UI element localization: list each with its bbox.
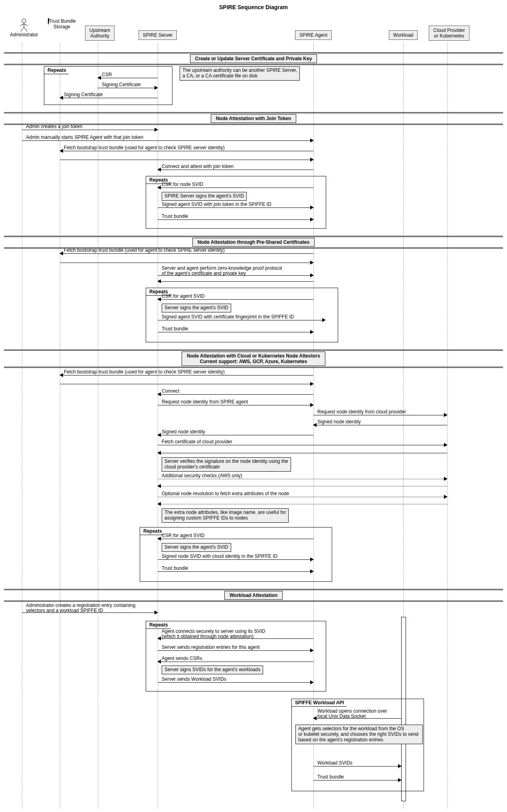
message: Fetch bootstrap trust bundle (used for a… [60,369,313,376]
message-text: Fetch bootstrap trust bundle (used for a… [64,145,225,150]
message [60,257,313,263]
message-text: Signed node identity [317,419,361,425]
message-text: Additional security checks (AWS only) [162,473,242,478]
message: Server and agent perform zero-knowledge … [158,270,313,276]
message: Signed agent SVID with join token in the… [158,202,313,208]
message-text: Workload opens connection over local Uni… [317,709,387,719]
message-text: CSR for agent SVID [162,294,204,299]
diagram-title: SPIRE Sequence Diagram [4,4,503,10]
section-divider: Node Attestation through Pre-Shared Cert… [4,236,503,249]
message-text: Signed node identity [162,429,205,435]
section-divider: Node Attestation with Cloud or Kubernete… [4,350,503,368]
note: SPIRE Server signs the agent's SVID [162,192,247,201]
message-text: Agent connects securely to server using … [162,629,265,639]
message: CSR for agent SVID [158,294,313,300]
message-text: Admin creates a join token [26,124,82,129]
section-title: Create or Update Server Certificate and … [190,54,317,63]
message-text: Fetch certificate of cloud provider [162,439,232,445]
participant-label: SPIRE Server [139,30,177,40]
message: Signed agent SVID with certificate finge… [158,314,325,321]
message: Signing Certificate [60,92,158,99]
participant-label: Workload [389,30,418,40]
message-text: Signing Certificate [102,82,141,87]
participant-label: SPIRE Agent [295,30,332,40]
message-text: Admin manually starts SPIRE Agent with t… [26,135,143,140]
message: Administrator creates a registration ent… [22,607,158,613]
section-title: Workload Attestation [224,591,283,600]
note: Server signs the agent's SVID [162,543,231,552]
participant-server: SPIRE Server [138,30,178,40]
svg-line-2 [20,24,24,26]
message-text: Fetch bootstrap trust bundle (used for a… [64,248,225,253]
svg-point-0 [22,19,26,23]
note: The extra node attributes, like image na… [162,508,289,523]
message [60,154,313,160]
message: Connect and attest with join token [158,164,313,170]
message: Signed node identity [158,429,313,436]
participant-label: Administrator [10,32,38,38]
message: Connect [158,389,313,395]
message-text: Connect and attest with join token [162,164,234,169]
message-text: Trust bundle [162,214,188,219]
message-text: CSR [102,72,112,77]
lifeline-cloud [447,42,448,808]
participant-label: Upstream Authority [85,26,115,41]
sequence-diagram: Administrator Trust Bundle Storage Upstr… [4,18,503,804]
message [60,378,313,385]
message: CSR [98,72,158,79]
message: Admin creates a join token [22,124,158,130]
message-text: Fetch bootstrap trust bundle (used for a… [64,369,225,375]
message-text: Signing Certificate [64,92,103,97]
message: Server sends registration entries for th… [158,645,313,651]
message-text: CSR for node SVID [162,182,203,187]
message-text: Signed agent SVID with join token in the… [162,202,271,207]
message [158,480,447,487]
message-text: Workload SVIDs [317,761,353,766]
section-divider: Workload Attestation [4,589,503,602]
group-label: SPIFFE Workload API [291,699,351,707]
message: Fetch bootstrap trust bundle (used for a… [60,248,313,254]
participant-admin: Administrator [8,18,40,38]
message: Trust bundle [313,774,401,781]
participant-workload: Workload [387,30,419,40]
message-text: Signed node SVID with cloud identity in … [162,554,277,559]
message: Signed node identity [313,419,447,426]
message-text: Server sends registration entries for th… [162,645,259,650]
participant-cloud: Cloud Provider or Kubernetes [423,26,475,41]
note: Server signs the agent's SVID [162,304,231,312]
note-upstream: The upstream authority can be another SP… [180,66,300,81]
message: Request node identity from cloud provide… [313,409,447,416]
note: Agent gets selectors for the workload fr… [295,725,423,744]
message-text: Server and agent perform zero-knowledge … [162,266,282,276]
message: Server sends Workload SVIDs [158,677,313,683]
message-text: Trust bundle [162,566,188,571]
message-text: Trust bundle [162,326,188,332]
message: CSR for node SVID [158,182,313,188]
loop-label: Repeats [146,621,174,629]
participant-upstream: Upstream Authority [84,26,116,41]
message-text: Request node identity from SPIRE agent [162,399,248,405]
message: Agent connects securely to server using … [158,633,313,639]
message: Signing Certificate [98,82,158,89]
message-text: Connect [162,389,180,394]
message: Workload SVIDs [313,761,401,767]
svg-line-3 [24,24,28,26]
message-text: Signed agent SVID with certificate finge… [162,314,294,320]
message [158,276,313,282]
lifeline-admin [22,42,22,808]
message: Agent sends CSRs [158,656,313,662]
message-text: CSR for agent SVID [162,533,204,538]
message [158,498,447,505]
section-title: Node Attestation through Pre-Shared Cert… [192,238,315,247]
message-text: Optional node resolution to fetch extra … [162,491,289,496]
section-divider: Create or Update Server Certificate and … [4,52,503,65]
section-title: Node Attestation with Cloud or Kubernete… [182,352,325,366]
participant-label: Cloud Provider or Kubernetes [429,26,469,41]
message: Trust bundle [158,566,313,572]
section-title: Node Attestation with Join Token [211,114,297,123]
message: Admin manually starts SPIRE Agent with t… [22,135,313,141]
database-icon [48,18,49,24]
message: Signed node SVID with cloud identity in … [158,554,313,560]
participant-agent: SPIRE Agent [293,30,333,40]
note: Server signs SVIDs for the agent's workl… [162,666,263,674]
